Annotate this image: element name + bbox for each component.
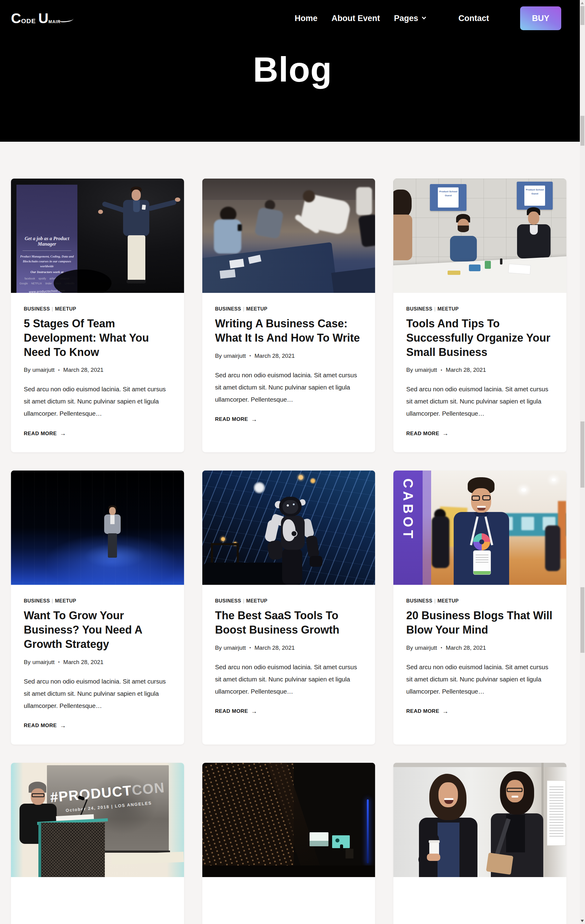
post-card: Product School Guest Product School Gues… <box>393 178 567 452</box>
site-logo[interactable]: CODEUMAIR <box>11 10 73 26</box>
category-link[interactable]: BUSINESS <box>406 306 432 312</box>
banner-subtitle-text: Product Management, Coding, Data and Blo… <box>16 254 77 269</box>
post-categories: BUSINESS|MEETUP <box>406 598 554 604</box>
post-body: BUSINESS|MEETUP Writing A Business Case:… <box>202 293 376 438</box>
author-link[interactable]: umairjutt <box>415 645 437 651</box>
scrollbar-track[interactable] <box>580 0 585 924</box>
post-image-registration-table[interactable] <box>202 178 376 293</box>
scrollbar-thumb[interactable] <box>580 421 584 488</box>
nav-item-home[interactable]: Home <box>295 14 318 23</box>
scrollbar-thumb[interactable] <box>580 587 584 653</box>
arrow-right-icon: → <box>442 430 449 437</box>
arrow-right-icon: → <box>442 708 449 715</box>
photo-shape <box>110 515 115 524</box>
post-title-link[interactable]: Writing A Business Case: What It Is And … <box>215 317 363 345</box>
post-card: #PRODUCTCON October 24, 2018 | LOS ANGEL… <box>11 763 184 924</box>
by-label: By <box>215 645 222 651</box>
author-link[interactable]: umairjutt <box>415 366 437 373</box>
category-separator: | <box>50 306 55 312</box>
author-link[interactable]: umairjutt <box>32 659 54 666</box>
category-link[interactable]: MEETUP <box>438 598 459 604</box>
photo-shape <box>482 495 491 500</box>
category-link[interactable]: MEETUP <box>55 598 76 604</box>
read-more-link[interactable]: READ MORE → <box>406 430 554 437</box>
post-date: March 28, 2021 <box>254 353 295 359</box>
category-link[interactable]: MEETUP <box>438 306 459 312</box>
photo-shape <box>545 525 560 571</box>
post-title-link[interactable]: 20 Business Blogs That Will Blow Your Mi… <box>406 609 554 637</box>
photo-shape <box>393 214 412 260</box>
read-more-label: READ MORE <box>406 708 439 714</box>
photo-shape <box>512 796 518 797</box>
category-link[interactable]: BUSINESS <box>24 306 50 312</box>
post-title-link[interactable]: Tools And Tips To Successfully Organize … <box>406 317 554 359</box>
read-more-link[interactable]: READ MORE → <box>406 708 554 715</box>
scrollbar-thumb[interactable] <box>580 116 584 146</box>
read-more-link[interactable]: READ MORE → <box>24 430 171 437</box>
read-more-link[interactable]: READ MORE → <box>215 708 363 715</box>
post-title-link[interactable]: The Best SaaS Tools To Boost Business Gr… <box>215 609 363 637</box>
photo-shape <box>508 264 531 275</box>
read-more-label: READ MORE <box>406 431 439 437</box>
read-more-link[interactable]: READ MORE → <box>24 722 171 729</box>
category-link[interactable]: MEETUP <box>246 598 267 604</box>
photo-shape <box>500 258 503 264</box>
post-categories: BUSINESS|MEETUP <box>24 598 171 604</box>
post-meta: By umairjutt • March 28, 2021 <box>215 645 363 651</box>
chevron-down-icon <box>422 15 426 20</box>
post-image-robot[interactable] <box>202 470 376 585</box>
photo-shape <box>356 187 372 215</box>
top-navigation-bar: CODEUMAIR Home About Event Pages Contact… <box>0 0 585 36</box>
category-link[interactable]: BUSINESS <box>24 598 50 604</box>
post-date: March 28, 2021 <box>254 645 295 651</box>
by-label: By <box>24 659 30 666</box>
post-image-speaker-with-banner[interactable]: Get a job as a Product Manager Product M… <box>11 178 184 293</box>
photo-shape <box>432 516 450 568</box>
photo-shape <box>238 224 242 231</box>
logo-letters: MAIR <box>48 19 61 24</box>
author-link[interactable]: umairjutt <box>224 353 246 359</box>
post-excerpt: Sed arcu non odio euismod lacinia. Sit a… <box>215 661 363 698</box>
post-card: CABOT <box>393 470 567 744</box>
banner-vertical-text: CABOT <box>400 478 415 585</box>
meta-dot: • <box>250 353 251 358</box>
scroll-up-arrow-icon[interactable] <box>581 2 584 4</box>
arrow-right-icon: → <box>251 708 257 715</box>
logo-letter: U <box>38 10 48 26</box>
post-card <box>202 763 376 924</box>
photo-shape <box>473 571 491 574</box>
post-image-panel-table[interactable]: Product School Guest Product School Gues… <box>393 178 567 293</box>
nav-label: Home <box>295 14 318 23</box>
post-image-stage-speaker[interactable] <box>11 470 184 585</box>
post-title-link[interactable]: 5 Stages Of Team Development: What You N… <box>24 317 171 359</box>
photo-shape <box>132 190 141 201</box>
post-card: Get a job as a Product Manager Product M… <box>11 178 184 452</box>
by-label: By <box>24 366 30 373</box>
post-title-link[interactable]: Want To Grow Your Business? You Need A G… <box>24 609 171 651</box>
photo-shape <box>111 851 184 864</box>
photo-shape <box>202 866 376 877</box>
scroll-down-arrow-icon[interactable] <box>581 920 584 922</box>
category-link[interactable]: MEETUP <box>55 306 76 312</box>
read-more-link[interactable]: READ MORE → <box>215 416 363 423</box>
category-link[interactable]: BUSINESS <box>215 598 241 604</box>
by-label: By <box>406 645 413 651</box>
category-link[interactable]: BUSINESS <box>215 306 241 312</box>
post-image-auditorium[interactable] <box>202 763 376 877</box>
photo-shape <box>109 507 116 515</box>
scrollbar-thumb[interactable] <box>580 6 584 25</box>
category-link[interactable]: BUSINESS <box>406 598 432 604</box>
post-image-expo-attendee[interactable]: CABOT <box>393 470 567 585</box>
author-link[interactable]: umairjutt <box>32 366 54 373</box>
category-link[interactable]: MEETUP <box>246 306 267 312</box>
nav-item-contact[interactable]: Contact <box>458 14 489 23</box>
buy-button[interactable]: BUY <box>520 7 561 30</box>
post-image-colleagues-laughing[interactable] <box>393 763 567 877</box>
photo-shape <box>346 849 353 858</box>
post-image-podium-presentation[interactable]: #PRODUCTCON October 24, 2018 | LOS ANGEL… <box>11 763 184 877</box>
nav-item-about-event[interactable]: About Event <box>331 14 380 23</box>
author-link[interactable]: umairjutt <box>224 645 246 651</box>
nav-item-pages[interactable]: Pages <box>394 14 425 23</box>
photo-shape <box>214 219 241 254</box>
post-body <box>11 877 184 924</box>
